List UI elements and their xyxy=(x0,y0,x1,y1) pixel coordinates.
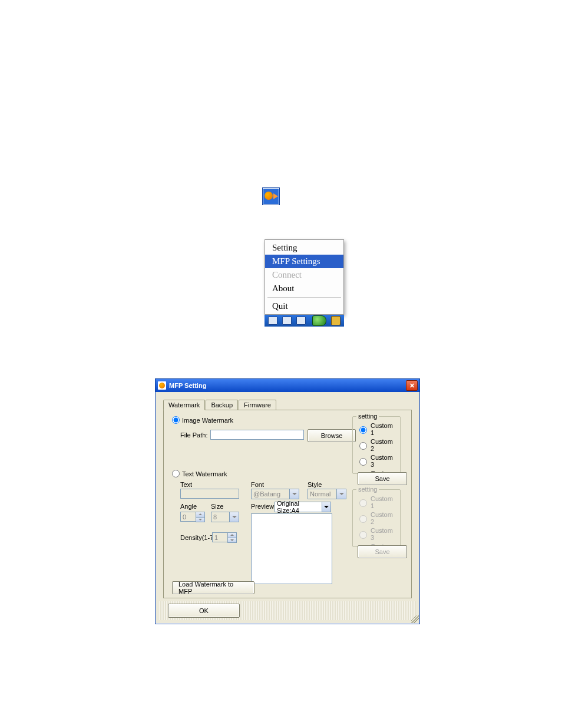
font-combo: @Batang xyxy=(251,489,299,499)
save-button-1[interactable]: Save xyxy=(358,472,407,485)
preview-label: Preview xyxy=(251,503,274,510)
menu-item-mfp-settings[interactable]: MFP Settings xyxy=(265,255,343,268)
text-input xyxy=(180,489,239,499)
setting-group-1: setting Custom 1 Custom 2 Custom 3 Custo… xyxy=(352,416,401,474)
close-button[interactable]: ✕ xyxy=(406,380,418,391)
radio-custom-3-label: Custom 3 xyxy=(371,454,396,468)
setting-group-2: setting Custom 1 Custom 2 Custom 3 Custo… xyxy=(352,489,401,547)
menu-item-connect: Connect xyxy=(265,268,343,282)
chevron-down-icon[interactable] xyxy=(322,502,330,512)
chevron-down-icon xyxy=(229,512,239,522)
size-combo-value: 8 xyxy=(213,513,217,521)
taskbar xyxy=(265,315,344,327)
taskbar-icon[interactable] xyxy=(282,317,292,325)
tab-watermark[interactable]: Watermark xyxy=(163,400,205,410)
density-spinner xyxy=(212,532,237,543)
window-title: MFP Setting xyxy=(169,382,406,389)
style-combo-value: Normal xyxy=(310,490,330,498)
radio-image-watermark-input[interactable] xyxy=(172,416,180,424)
chevron-down-icon xyxy=(289,489,299,499)
radio-image-watermark-label: Image Watermark xyxy=(182,417,233,424)
text-label: Text xyxy=(180,481,192,488)
radio-custom-2-input[interactable] xyxy=(359,442,367,450)
menu-item-setting[interactable]: Setting xyxy=(265,241,343,255)
radio-custom-3-disabled: Custom 3 xyxy=(356,527,396,541)
tab-backup[interactable]: Backup xyxy=(206,400,238,410)
angle-spinner xyxy=(180,512,205,522)
file-path-label: File Path: xyxy=(180,431,207,439)
menu-separator xyxy=(267,297,341,298)
radio-custom-2[interactable]: Custom 2 xyxy=(356,438,396,452)
spin-up-icon xyxy=(196,512,204,518)
font-label: Font xyxy=(251,481,264,488)
resize-grip[interactable] xyxy=(411,615,419,623)
app-icon xyxy=(158,381,166,390)
ok-button[interactable]: OK xyxy=(168,604,240,618)
size-label: Size xyxy=(211,503,223,510)
radio-custom-3-input[interactable] xyxy=(359,458,367,466)
radio-custom-1-input[interactable] xyxy=(359,426,367,434)
menu-item-about[interactable]: About xyxy=(265,282,343,295)
mfp-setting-window: MFP Setting ✕ Watermark Backup Firmware … xyxy=(155,378,420,624)
radio-text-watermark-input[interactable] xyxy=(172,470,180,477)
radio-label: Custom 2 xyxy=(371,511,396,525)
style-label: Style xyxy=(308,481,322,488)
taskbar-icon[interactable] xyxy=(268,317,277,325)
preview-combo-value: Original Size:A4 xyxy=(277,500,322,514)
titlebar[interactable]: MFP Setting ✕ xyxy=(156,379,419,392)
setting-group-title: setting xyxy=(356,413,379,420)
radio-image-watermark[interactable]: Image Watermark xyxy=(172,416,233,424)
spin-down-icon xyxy=(196,518,204,522)
chevron-down-icon xyxy=(336,489,346,499)
density-spinner-input xyxy=(212,532,227,542)
load-watermark-button[interactable]: Load Watermark to MFP xyxy=(172,581,254,594)
context-menu: Setting MFP Settings Connect About Quit xyxy=(265,239,344,315)
radio-custom-2-disabled: Custom 2 xyxy=(356,511,396,525)
start-button[interactable] xyxy=(312,315,326,326)
size-combo: 8 xyxy=(211,512,239,522)
preview-combo[interactable]: Original Size:A4 xyxy=(275,502,331,512)
spin-down-icon xyxy=(228,538,236,543)
radio-custom-1[interactable]: Custom 1 xyxy=(356,422,396,436)
save-button-2: Save xyxy=(358,545,407,558)
tab-strip: Watermark Backup Firmware xyxy=(163,398,412,410)
radio-custom-3[interactable]: Custom 3 xyxy=(356,454,396,468)
radio-text-watermark[interactable]: Text Watermark xyxy=(172,470,227,477)
bottom-bar: OK xyxy=(159,601,416,620)
angle-spinner-input xyxy=(180,512,196,522)
tab-firmware[interactable]: Firmware xyxy=(239,400,276,410)
style-combo: Normal xyxy=(308,489,346,499)
angle-label: Angle xyxy=(180,503,197,510)
spin-up-icon xyxy=(228,533,236,538)
setting-group-title: setting xyxy=(356,486,379,493)
font-combo-value: @Batang xyxy=(253,490,280,498)
taskbar-icon[interactable] xyxy=(331,316,340,325)
radio-label: Custom 3 xyxy=(371,527,396,541)
tray-icon[interactable] xyxy=(262,187,280,205)
preview-box xyxy=(251,513,332,584)
radio-label: Custom 1 xyxy=(371,495,396,509)
radio-input xyxy=(359,515,367,523)
menu-item-quit[interactable]: Quit xyxy=(265,299,343,313)
radio-input xyxy=(359,531,367,539)
radio-custom-1-label: Custom 1 xyxy=(371,422,396,436)
browse-button[interactable]: Browse xyxy=(308,429,356,442)
tab-panel-watermark: Image Watermark File Path: Browse Text W… xyxy=(163,410,412,598)
radio-custom-1-disabled: Custom 1 xyxy=(356,495,396,509)
file-path-input[interactable] xyxy=(210,430,304,440)
radio-custom-2-label: Custom 2 xyxy=(371,438,396,452)
radio-input xyxy=(359,499,367,507)
radio-text-watermark-label: Text Watermark xyxy=(182,470,227,477)
taskbar-icon[interactable] xyxy=(296,317,306,325)
